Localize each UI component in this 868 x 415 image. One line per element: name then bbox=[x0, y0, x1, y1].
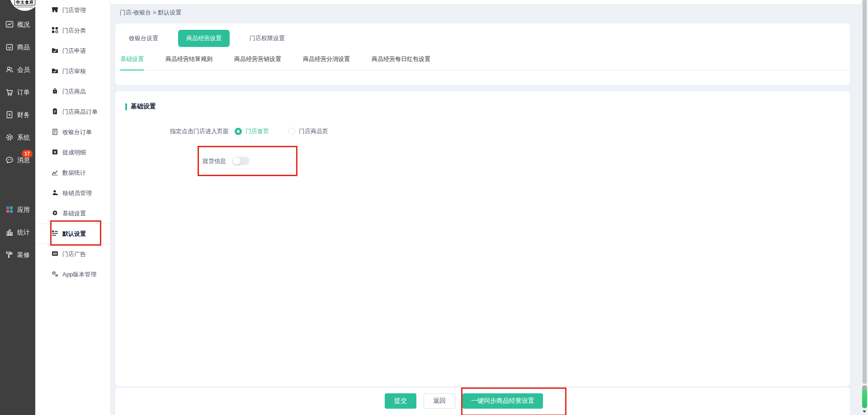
clipboard-icon bbox=[52, 108, 58, 116]
storefront-icon bbox=[52, 6, 58, 14]
primary-nav-label: 财务 bbox=[17, 111, 30, 119]
brand-logo-subtext bbox=[17, 6, 33, 8]
footer-buttons: 提交 返回 一键同步商品经营设置 bbox=[385, 393, 543, 409]
primary-nav-label: 会员 bbox=[17, 66, 30, 74]
radio-unselected-icon[interactable] bbox=[288, 128, 295, 135]
primary-nav-system[interactable]: 系统 bbox=[0, 126, 35, 149]
receipt-icon bbox=[52, 128, 58, 136]
primary-nav-products[interactable]: 商品 bbox=[0, 36, 35, 59]
sidebar-item-verifier-management[interactable]: 核销员管理 bbox=[35, 183, 110, 203]
sync-settings-button[interactable]: 一键同步商品经营设置 bbox=[462, 393, 543, 409]
radio-option-store-home[interactable]: 门店首页 bbox=[235, 127, 269, 135]
secondary-sidebar: 门店管理 门店分类 门店申请 门店审核 门店商品 门店商品订单 收银台订单 ¥ bbox=[35, 0, 111, 415]
app-screen: 华太食府 概况 商品 会员 订单 ¥ 财务 bbox=[0, 0, 868, 415]
gears-icon bbox=[52, 270, 58, 279]
sidebar-item-label: 提成明细 bbox=[62, 149, 86, 157]
sidebar-item-label: 门店广告 bbox=[62, 250, 86, 258]
shopping-bag-icon bbox=[52, 88, 58, 96]
category-grid-icon bbox=[52, 27, 58, 35]
entry-page-label: 指定点击门店进入页面 bbox=[115, 127, 229, 135]
primary-nav: 概况 商品 会员 订单 ¥ 财务 系统 17 bbox=[0, 14, 35, 266]
entry-page-radio-group: 门店首页 门店商品页 bbox=[235, 127, 328, 135]
tabs-card: 收银台设置 商品经营设置 门店权限设置 基础设置 商品经营结算规则 商品经营营销… bbox=[115, 23, 850, 85]
sidebar-item-label: 基础设置 bbox=[62, 210, 86, 218]
annotation-box-pickup-info: 提货信息 bbox=[198, 146, 297, 176]
sidebar-item-label: 门店分类 bbox=[62, 27, 86, 35]
sidebar-item-app-version[interactable]: App版本管理 bbox=[35, 264, 110, 284]
sidebar-item-label: 门店商品 bbox=[62, 88, 86, 96]
sidebar-item-label: 核销员管理 bbox=[62, 189, 92, 197]
scrollbar-down-arrow-icon[interactable] bbox=[863, 410, 866, 413]
sidebar-item-default-settings[interactable]: 默认设置 bbox=[35, 224, 110, 244]
primary-nav-label: 订单 bbox=[17, 89, 30, 97]
sidebar-item-label: App版本管理 bbox=[62, 270, 96, 279]
section-accent-bar bbox=[125, 103, 127, 110]
primary-nav-overview[interactable]: 概况 bbox=[0, 14, 35, 36]
tab-product-operation-settings[interactable]: 商品经营设置 bbox=[178, 30, 230, 47]
sidebar-item-store-management[interactable]: 门店管理 bbox=[35, 0, 110, 20]
primary-nav-decoration[interactable]: 装修 bbox=[0, 244, 35, 266]
sidebar-item-commission-details[interactable]: ¥ 提成明细 bbox=[35, 142, 110, 163]
primary-nav-label: 系统 bbox=[17, 134, 30, 142]
subtab-marketing-settings[interactable]: 商品经营营销设置 bbox=[234, 55, 281, 70]
ad-icon: AD bbox=[52, 250, 58, 258]
subtab-daily-red-packet-settings[interactable]: 商品经营每日红包设置 bbox=[372, 55, 430, 70]
scrollbar-thumb-green[interactable] bbox=[862, 385, 867, 408]
entry-page-row: 指定点击门店进入页面 门店首页 门店商品页 bbox=[115, 127, 850, 135]
sidebar-item-store-applications[interactable]: 门店申请 bbox=[35, 41, 110, 61]
back-button[interactable]: 返回 bbox=[424, 393, 455, 409]
svg-text:¥: ¥ bbox=[8, 112, 11, 117]
radio-selected-icon[interactable] bbox=[235, 128, 242, 135]
sidebar-item-cashier-orders[interactable]: 收银台订单 bbox=[35, 122, 110, 142]
primary-nav-label: 装修 bbox=[17, 251, 30, 259]
subtab-profit-sharing-settings[interactable]: 商品经营分润设置 bbox=[303, 55, 350, 70]
sidebar-item-store-review[interactable]: 门店审核 bbox=[35, 61, 110, 81]
primary-nav-label: 应用 bbox=[17, 206, 30, 214]
sidebar-item-label: 门店审核 bbox=[62, 67, 86, 75]
toggle-knob bbox=[233, 157, 241, 165]
primary-nav-label: 统计 bbox=[17, 228, 30, 237]
folder-check-icon bbox=[52, 67, 58, 75]
svg-text:¥: ¥ bbox=[54, 149, 56, 154]
cart-icon bbox=[5, 88, 14, 98]
top-strip bbox=[111, 0, 861, 4]
subtab-settlement-rules[interactable]: 商品经营结算规则 bbox=[165, 55, 212, 70]
scrollbar-thumb[interactable] bbox=[863, 0, 867, 384]
breadcrumb: 门店-收银台 > 默认设置 bbox=[120, 9, 181, 17]
finance-icon: ¥ bbox=[5, 110, 14, 121]
sidebar-item-basic-settings[interactable]: 基础设置 bbox=[35, 203, 110, 224]
sidebar-item-label: 收银台订单 bbox=[62, 128, 92, 136]
radio-option-label: 门店首页 bbox=[245, 127, 269, 135]
sidebar-item-label: 门店管理 bbox=[62, 6, 86, 14]
sidebar-item-data-statistics[interactable]: 数据统计 bbox=[35, 163, 110, 183]
sidebar-item-store-categories[interactable]: 门店分类 bbox=[35, 20, 110, 41]
page-scrollbar[interactable] bbox=[861, 0, 868, 415]
subtabs-row: 基础设置 商品经营结算规则 商品经营营销设置 商品经营分润设置 商品经营每日红包… bbox=[115, 55, 850, 70]
submit-button[interactable]: 提交 bbox=[385, 393, 416, 409]
primary-nav-statistics[interactable]: 统计 bbox=[0, 221, 35, 244]
radio-option-store-product-page[interactable]: 门店商品页 bbox=[288, 127, 328, 135]
primary-nav-orders[interactable]: 订单 bbox=[0, 81, 35, 104]
person-icon bbox=[52, 189, 58, 197]
sidebar-item-label: 门店商品订单 bbox=[62, 108, 98, 116]
pickup-info-label: 提货信息 bbox=[203, 157, 226, 165]
gear-icon bbox=[5, 133, 14, 143]
tab-store-permission-settings[interactable]: 门店权限设置 bbox=[241, 30, 293, 47]
section-header: 基础设置 bbox=[125, 103, 156, 111]
member-icon bbox=[5, 65, 14, 75]
sidebar-item-store-ads[interactable]: AD 门店广告 bbox=[35, 244, 110, 264]
tab-cashier-settings[interactable]: 收银台设置 bbox=[121, 30, 166, 47]
message-count-badge: 17 bbox=[22, 150, 33, 158]
primary-nav-messages[interactable]: 17 消息 bbox=[0, 149, 35, 172]
line-chart-icon bbox=[52, 169, 58, 177]
primary-nav-finance[interactable]: ¥ 财务 bbox=[0, 104, 35, 126]
primary-nav-members[interactable]: 会员 bbox=[0, 59, 35, 81]
sidebar-item-store-products[interactable]: 门店商品 bbox=[35, 81, 110, 102]
primary-nav-apps[interactable]: 应用 bbox=[0, 199, 35, 221]
subtab-basic-settings[interactable]: 基础设置 bbox=[120, 55, 144, 70]
sidebar-item-store-product-orders[interactable]: 门店商品订单 bbox=[35, 102, 110, 122]
section-title: 基础设置 bbox=[131, 103, 156, 111]
paint-roller-icon bbox=[5, 250, 14, 261]
gear-icon bbox=[52, 210, 58, 218]
pickup-info-toggle[interactable] bbox=[232, 157, 250, 165]
